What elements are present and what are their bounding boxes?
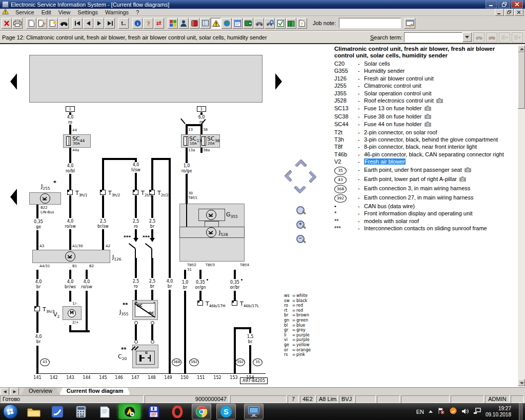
- toolbar-warnings-button[interactable]: [211, 18, 221, 29]
- menu-item-service[interactable]: Service: [12, 9, 38, 15]
- toolbar-first-button[interactable]: [72, 18, 83, 29]
- mdi-restore-button[interactable]: [504, 9, 514, 16]
- toolbar-globe-button[interactable]: [221, 18, 232, 29]
- search-term-input[interactable]: [404, 32, 462, 42]
- toolbar-exit-button[interactable]: [2, 18, 12, 29]
- menu-item-settings[interactable]: Settings: [74, 9, 102, 15]
- camera-icon[interactable]: [425, 121, 431, 128]
- tab-scroll-left-button[interactable]: ◀: [1, 388, 9, 395]
- pan-right-icon[interactable]: [305, 171, 317, 183]
- taskbar-opera-icon[interactable]: [168, 404, 187, 419]
- legend-row-SC44[interactable]: SC44-Fuse 44 on fuse holder: [332, 121, 525, 128]
- legend-row-SC38[interactable]: SC38-Fuse 38 on fuse holder: [332, 113, 525, 121]
- legend-row-x[interactable]: *-Front information display and operatin…: [332, 210, 525, 217]
- taskbar-aimp-icon[interactable]: [119, 404, 140, 419]
- close-button[interactable]: [511, 1, 523, 8]
- tab-overview[interactable]: Overview: [22, 388, 59, 395]
- camera-icon[interactable]: [436, 97, 443, 105]
- toolbar-carsearch-button[interactable]: [265, 18, 275, 29]
- toolbar-last-button[interactable]: [105, 18, 115, 29]
- clock[interactable]: 19:27 09.10.2018: [486, 406, 511, 418]
- legend-row-35[interactable]: 35-Earth point, under front passenger se…: [332, 166, 525, 175]
- legend-row-J355[interactable]: J355-Solar operation control unit: [332, 90, 525, 97]
- legend-row-368[interactable]: 368-Earth connection 3, in main wiring h…: [332, 184, 525, 193]
- legend-row-xx[interactable]: **-models with solar roof: [332, 217, 525, 225]
- show-desktop-button[interactable]: [519, 403, 523, 420]
- pan-down-icon[interactable]: [295, 182, 307, 194]
- search-dropdown-button[interactable]: [462, 32, 472, 42]
- toolbar-help-button[interactable]: ?: [143, 18, 153, 29]
- toolbar-tables-button[interactable]: [200, 18, 210, 29]
- toolbar-print-button[interactable]: [12, 18, 23, 29]
- toolbar-check-button[interactable]: [275, 18, 286, 29]
- goto-next-hit-button[interactable]: [512, 32, 523, 43]
- legend-row-T8f[interactable]: T8f-8-pin connector, black, near front i…: [332, 143, 525, 150]
- taskbar-chrome-icon[interactable]: [192, 404, 211, 419]
- toolbar-notes-button[interactable]: [232, 18, 243, 29]
- scrollbar-thumb[interactable]: [518, 52, 525, 109]
- goto-previous-hit-button[interactable]: [499, 32, 510, 43]
- camera-icon[interactable]: [465, 166, 471, 175]
- toolbar-overview-button[interactable]: [168, 18, 178, 29]
- taskbar-explorer-icon[interactable]: [25, 404, 43, 419]
- toolbar-users-button[interactable]: [178, 18, 189, 29]
- toolbar-wallet-button[interactable]: [243, 18, 253, 29]
- tab-current-flow-diagram[interactable]: Current flow diagram: [59, 388, 131, 395]
- legend-row-J528[interactable]: J528-Roof electronics control unit: [332, 97, 525, 105]
- menu-item-view[interactable]: View: [55, 9, 74, 15]
- toolbar-editdoc-button[interactable]: [37, 18, 47, 29]
- camera-icon[interactable]: [425, 105, 431, 112]
- legend-row-43[interactable]: 43-Earth point, lower part of right A-pi…: [332, 175, 525, 184]
- legend-row-J255[interactable]: J255-Climatronic control unit: [332, 82, 525, 89]
- network-icon[interactable]: [473, 407, 481, 416]
- note-properties-button[interactable]: [404, 18, 415, 29]
- toolbar-copydoc-button[interactable]: [48, 18, 58, 29]
- zoom-in-icon[interactable]: +: [296, 221, 305, 229]
- toolbar-info-button[interactable]: i: [132, 18, 143, 29]
- tab-scroll-right-button[interactable]: ▶: [10, 388, 19, 395]
- menu-item-edit[interactable]: Edit: [38, 9, 55, 15]
- toolbar-car2-button[interactable]: [254, 18, 264, 29]
- taskbar-calculator-icon[interactable]: [72, 404, 90, 419]
- toolbar-faq-button[interactable]: ?: [297, 18, 307, 29]
- zoom-reset-icon[interactable]: [296, 206, 305, 214]
- legend-row-392[interactable]: 392-Earth connection 27, in main wiring …: [332, 193, 525, 203]
- legend-row-T2t[interactable]: T2t-2-pin connector, on solar roof: [332, 129, 525, 136]
- pan-left-icon[interactable]: [285, 171, 296, 183]
- search-previous-button[interactable]: [473, 32, 484, 43]
- action-center-icon[interactable]: [437, 407, 445, 416]
- legend-row-SC13[interactable]: SC13-Fuse 13 on fuse holder: [332, 105, 525, 112]
- tray-expand-icon[interactable]: [429, 410, 433, 413]
- zoom-out-icon[interactable]: −: [296, 235, 305, 243]
- legend-row-C20[interactable]: C20-Solar cells: [332, 60, 525, 67]
- minimize-button[interactable]: [486, 1, 497, 8]
- mdi-minimize-button[interactable]: [495, 9, 504, 16]
- menu-item-help[interactable]: ?: [132, 9, 143, 15]
- maximize-button[interactable]: [498, 1, 510, 8]
- toolbar-terminal-button[interactable]: t..: [118, 18, 129, 29]
- legend-row-G355[interactable]: G355-Humidity sender: [332, 67, 525, 74]
- antivirus-icon[interactable]: [450, 407, 457, 416]
- menu-item-warnings[interactable]: Warnings: [102, 9, 132, 15]
- toolbar-books-button[interactable]: [286, 18, 296, 29]
- toolbar-next-button[interactable]: [94, 18, 104, 29]
- taskbar-floppy-icon[interactable]: [145, 404, 163, 419]
- toolbar-newdoc-button[interactable]: [26, 18, 36, 29]
- toolbar-swap-button[interactable]: ⇄: [154, 18, 164, 29]
- volume-icon[interactable]: [461, 407, 469, 416]
- camera-icon[interactable]: [425, 113, 431, 121]
- toolbar-vehicle-button[interactable]: [58, 18, 69, 29]
- legend-row-xxx[interactable]: ***-Interconnection contacts on sliding …: [332, 225, 525, 232]
- mdi-close-button[interactable]: [514, 9, 523, 16]
- legend-row-x[interactable]: •-CAN bus (data wire): [332, 203, 525, 210]
- taskbar-esis-icon[interactable]: [244, 404, 264, 419]
- toolbar-prev-button[interactable]: [83, 18, 93, 29]
- legend-row-T3h[interactable]: T3h-3-pin connector, black, behind the g…: [332, 136, 525, 143]
- job-note-input[interactable]: [339, 18, 401, 28]
- pan-up-icon[interactable]: [295, 159, 307, 171]
- panel-scrollbar[interactable]: [518, 45, 525, 386]
- start-button[interactable]: [1, 404, 19, 419]
- legend-row-J126[interactable]: J126-Fresh air blower control unit: [332, 75, 525, 82]
- search-next-button[interactable]: [486, 32, 497, 43]
- scroll-down-button[interactable]: [518, 379, 525, 386]
